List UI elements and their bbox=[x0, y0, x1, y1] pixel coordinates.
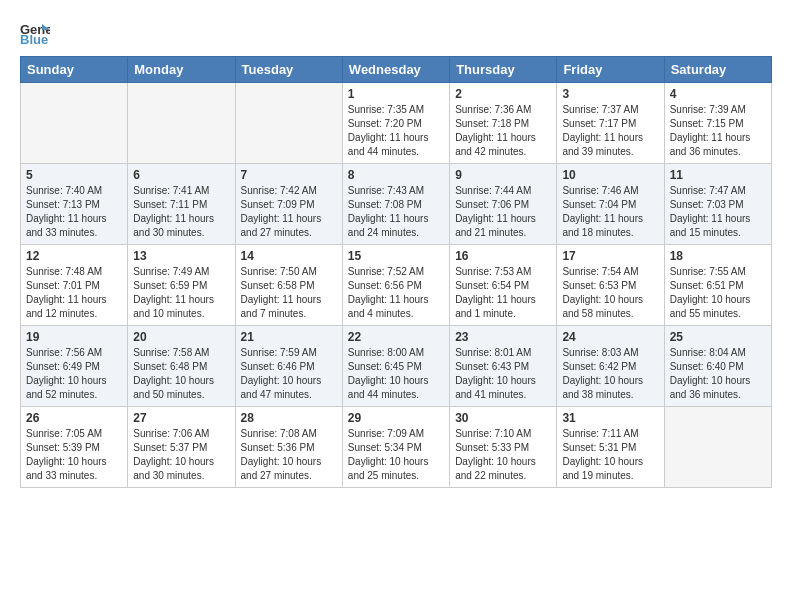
day-number: 17 bbox=[562, 249, 658, 263]
calendar-cell: 9Sunrise: 7:44 AM Sunset: 7:06 PM Daylig… bbox=[450, 164, 557, 245]
day-number: 7 bbox=[241, 168, 337, 182]
day-number: 18 bbox=[670, 249, 766, 263]
calendar-cell: 20Sunrise: 7:58 AM Sunset: 6:48 PM Dayli… bbox=[128, 326, 235, 407]
day-number: 1 bbox=[348, 87, 444, 101]
day-info: Sunrise: 8:03 AM Sunset: 6:42 PM Dayligh… bbox=[562, 346, 658, 402]
calendar-cell: 12Sunrise: 7:48 AM Sunset: 7:01 PM Dayli… bbox=[21, 245, 128, 326]
day-info: Sunrise: 7:39 AM Sunset: 7:15 PM Dayligh… bbox=[670, 103, 766, 159]
calendar-cell: 2Sunrise: 7:36 AM Sunset: 7:18 PM Daylig… bbox=[450, 83, 557, 164]
weekday-thursday: Thursday bbox=[450, 57, 557, 83]
weekday-saturday: Saturday bbox=[664, 57, 771, 83]
day-number: 16 bbox=[455, 249, 551, 263]
weekday-header-row: SundayMondayTuesdayWednesdayThursdayFrid… bbox=[21, 57, 772, 83]
calendar-cell: 26Sunrise: 7:05 AM Sunset: 5:39 PM Dayli… bbox=[21, 407, 128, 488]
day-number: 13 bbox=[133, 249, 229, 263]
calendar-cell bbox=[664, 407, 771, 488]
day-number: 6 bbox=[133, 168, 229, 182]
calendar-cell bbox=[128, 83, 235, 164]
weekday-tuesday: Tuesday bbox=[235, 57, 342, 83]
day-info: Sunrise: 7:08 AM Sunset: 5:36 PM Dayligh… bbox=[241, 427, 337, 483]
calendar-cell: 15Sunrise: 7:52 AM Sunset: 6:56 PM Dayli… bbox=[342, 245, 449, 326]
day-number: 14 bbox=[241, 249, 337, 263]
day-info: Sunrise: 7:44 AM Sunset: 7:06 PM Dayligh… bbox=[455, 184, 551, 240]
day-number: 26 bbox=[26, 411, 122, 425]
day-info: Sunrise: 7:42 AM Sunset: 7:09 PM Dayligh… bbox=[241, 184, 337, 240]
day-number: 28 bbox=[241, 411, 337, 425]
weekday-friday: Friday bbox=[557, 57, 664, 83]
day-number: 21 bbox=[241, 330, 337, 344]
calendar-cell: 30Sunrise: 7:10 AM Sunset: 5:33 PM Dayli… bbox=[450, 407, 557, 488]
week-row-1: 1Sunrise: 7:35 AM Sunset: 7:20 PM Daylig… bbox=[21, 83, 772, 164]
calendar-cell: 19Sunrise: 7:56 AM Sunset: 6:49 PM Dayli… bbox=[21, 326, 128, 407]
calendar-cell: 27Sunrise: 7:06 AM Sunset: 5:37 PM Dayli… bbox=[128, 407, 235, 488]
day-info: Sunrise: 8:01 AM Sunset: 6:43 PM Dayligh… bbox=[455, 346, 551, 402]
calendar-cell bbox=[21, 83, 128, 164]
week-row-2: 5Sunrise: 7:40 AM Sunset: 7:13 PM Daylig… bbox=[21, 164, 772, 245]
day-number: 9 bbox=[455, 168, 551, 182]
calendar-cell: 3Sunrise: 7:37 AM Sunset: 7:17 PM Daylig… bbox=[557, 83, 664, 164]
calendar-cell: 10Sunrise: 7:46 AM Sunset: 7:04 PM Dayli… bbox=[557, 164, 664, 245]
week-row-4: 19Sunrise: 7:56 AM Sunset: 6:49 PM Dayli… bbox=[21, 326, 772, 407]
calendar-cell: 17Sunrise: 7:54 AM Sunset: 6:53 PM Dayli… bbox=[557, 245, 664, 326]
week-row-3: 12Sunrise: 7:48 AM Sunset: 7:01 PM Dayli… bbox=[21, 245, 772, 326]
day-info: Sunrise: 7:43 AM Sunset: 7:08 PM Dayligh… bbox=[348, 184, 444, 240]
calendar-cell bbox=[235, 83, 342, 164]
day-info: Sunrise: 7:54 AM Sunset: 6:53 PM Dayligh… bbox=[562, 265, 658, 321]
calendar-cell: 5Sunrise: 7:40 AM Sunset: 7:13 PM Daylig… bbox=[21, 164, 128, 245]
calendar-cell: 23Sunrise: 8:01 AM Sunset: 6:43 PM Dayli… bbox=[450, 326, 557, 407]
calendar-cell: 18Sunrise: 7:55 AM Sunset: 6:51 PM Dayli… bbox=[664, 245, 771, 326]
day-number: 8 bbox=[348, 168, 444, 182]
day-number: 2 bbox=[455, 87, 551, 101]
calendar-cell: 7Sunrise: 7:42 AM Sunset: 7:09 PM Daylig… bbox=[235, 164, 342, 245]
calendar-cell: 31Sunrise: 7:11 AM Sunset: 5:31 PM Dayli… bbox=[557, 407, 664, 488]
day-info: Sunrise: 7:53 AM Sunset: 6:54 PM Dayligh… bbox=[455, 265, 551, 321]
day-number: 4 bbox=[670, 87, 766, 101]
day-number: 22 bbox=[348, 330, 444, 344]
calendar-cell: 14Sunrise: 7:50 AM Sunset: 6:58 PM Dayli… bbox=[235, 245, 342, 326]
calendar-cell: 24Sunrise: 8:03 AM Sunset: 6:42 PM Dayli… bbox=[557, 326, 664, 407]
day-info: Sunrise: 8:00 AM Sunset: 6:45 PM Dayligh… bbox=[348, 346, 444, 402]
day-info: Sunrise: 7:49 AM Sunset: 6:59 PM Dayligh… bbox=[133, 265, 229, 321]
calendar-cell: 29Sunrise: 7:09 AM Sunset: 5:34 PM Dayli… bbox=[342, 407, 449, 488]
day-number: 29 bbox=[348, 411, 444, 425]
day-number: 12 bbox=[26, 249, 122, 263]
day-number: 3 bbox=[562, 87, 658, 101]
weekday-sunday: Sunday bbox=[21, 57, 128, 83]
day-info: Sunrise: 7:05 AM Sunset: 5:39 PM Dayligh… bbox=[26, 427, 122, 483]
day-info: Sunrise: 7:58 AM Sunset: 6:48 PM Dayligh… bbox=[133, 346, 229, 402]
calendar-cell: 8Sunrise: 7:43 AM Sunset: 7:08 PM Daylig… bbox=[342, 164, 449, 245]
calendar-cell: 6Sunrise: 7:41 AM Sunset: 7:11 PM Daylig… bbox=[128, 164, 235, 245]
logo: General Blue bbox=[20, 20, 54, 44]
day-info: Sunrise: 7:11 AM Sunset: 5:31 PM Dayligh… bbox=[562, 427, 658, 483]
day-info: Sunrise: 7:56 AM Sunset: 6:49 PM Dayligh… bbox=[26, 346, 122, 402]
day-info: Sunrise: 7:36 AM Sunset: 7:18 PM Dayligh… bbox=[455, 103, 551, 159]
header: General Blue bbox=[20, 20, 772, 44]
day-info: Sunrise: 7:50 AM Sunset: 6:58 PM Dayligh… bbox=[241, 265, 337, 321]
day-info: Sunrise: 7:46 AM Sunset: 7:04 PM Dayligh… bbox=[562, 184, 658, 240]
calendar-cell: 4Sunrise: 7:39 AM Sunset: 7:15 PM Daylig… bbox=[664, 83, 771, 164]
day-number: 30 bbox=[455, 411, 551, 425]
calendar-cell: 22Sunrise: 8:00 AM Sunset: 6:45 PM Dayli… bbox=[342, 326, 449, 407]
day-info: Sunrise: 7:37 AM Sunset: 7:17 PM Dayligh… bbox=[562, 103, 658, 159]
day-info: Sunrise: 7:52 AM Sunset: 6:56 PM Dayligh… bbox=[348, 265, 444, 321]
day-info: Sunrise: 7:55 AM Sunset: 6:51 PM Dayligh… bbox=[670, 265, 766, 321]
day-info: Sunrise: 7:40 AM Sunset: 7:13 PM Dayligh… bbox=[26, 184, 122, 240]
day-info: Sunrise: 7:10 AM Sunset: 5:33 PM Dayligh… bbox=[455, 427, 551, 483]
day-number: 23 bbox=[455, 330, 551, 344]
day-number: 11 bbox=[670, 168, 766, 182]
calendar-cell: 11Sunrise: 7:47 AM Sunset: 7:03 PM Dayli… bbox=[664, 164, 771, 245]
day-info: Sunrise: 7:35 AM Sunset: 7:20 PM Dayligh… bbox=[348, 103, 444, 159]
day-number: 24 bbox=[562, 330, 658, 344]
calendar-page: General Blue SundayMondayTuesdayWednesda… bbox=[0, 0, 792, 508]
calendar-cell: 1Sunrise: 7:35 AM Sunset: 7:20 PM Daylig… bbox=[342, 83, 449, 164]
svg-text:Blue: Blue bbox=[20, 32, 48, 44]
week-row-5: 26Sunrise: 7:05 AM Sunset: 5:39 PM Dayli… bbox=[21, 407, 772, 488]
weekday-monday: Monday bbox=[128, 57, 235, 83]
day-info: Sunrise: 7:59 AM Sunset: 6:46 PM Dayligh… bbox=[241, 346, 337, 402]
calendar-cell: 16Sunrise: 7:53 AM Sunset: 6:54 PM Dayli… bbox=[450, 245, 557, 326]
day-number: 10 bbox=[562, 168, 658, 182]
calendar-cell: 21Sunrise: 7:59 AM Sunset: 6:46 PM Dayli… bbox=[235, 326, 342, 407]
day-number: 25 bbox=[670, 330, 766, 344]
day-info: Sunrise: 7:47 AM Sunset: 7:03 PM Dayligh… bbox=[670, 184, 766, 240]
day-info: Sunrise: 7:06 AM Sunset: 5:37 PM Dayligh… bbox=[133, 427, 229, 483]
